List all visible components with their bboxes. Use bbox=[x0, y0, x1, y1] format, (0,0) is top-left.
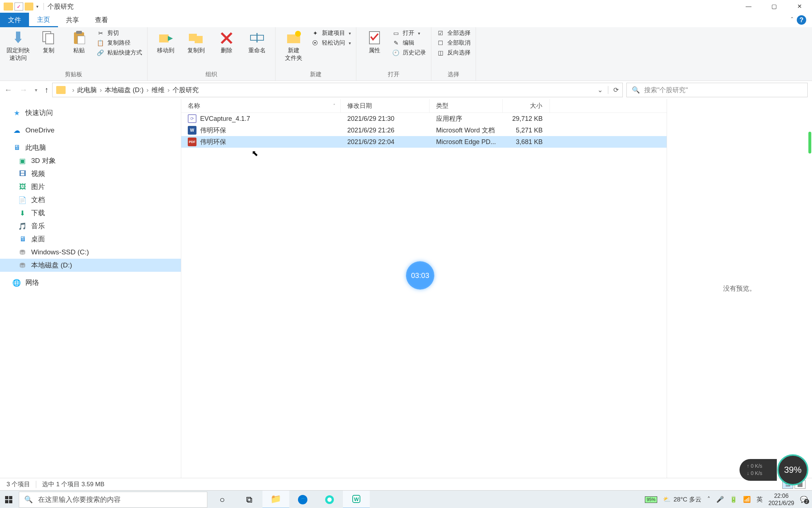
sidebar-video[interactable]: 🎞视频 bbox=[0, 167, 181, 180]
forward-button[interactable]: → bbox=[20, 85, 28, 95]
close-button[interactable]: ✕ bbox=[787, 0, 812, 13]
taskbar-explorer[interactable]: 📁 bbox=[262, 491, 289, 508]
column-size[interactable]: 大小 bbox=[503, 99, 550, 112]
tab-view[interactable]: 查看 bbox=[87, 13, 116, 27]
sidebar-ssd[interactable]: ⛃Windows-SSD (C:) bbox=[0, 246, 181, 259]
column-name[interactable]: 名称˄ bbox=[181, 99, 341, 112]
new-folder-button[interactable]: 新建 文件夹 bbox=[281, 29, 307, 62]
open-icon: ▭ bbox=[392, 30, 400, 37]
crumb-pc[interactable]: 此电脑 bbox=[77, 86, 97, 94]
microphone-icon[interactable]: 🎤 bbox=[716, 496, 724, 503]
up-button[interactable]: ↑ bbox=[45, 85, 49, 95]
column-type[interactable]: 类型 bbox=[430, 99, 503, 112]
sidebar-this-pc[interactable]: 🖥此电脑 bbox=[0, 141, 181, 154]
svg-point-16 bbox=[295, 31, 301, 37]
sidebar-downloads[interactable]: ⬇下载 bbox=[0, 206, 181, 220]
sidebar-drive-d[interactable]: ⛃本地磁盘 (D:) bbox=[0, 259, 181, 272]
pin-quick-access-button[interactable]: 固定到快 速访问 bbox=[5, 29, 31, 62]
wifi-icon[interactable]: 📶 bbox=[743, 496, 751, 503]
crumb-f1[interactable]: 维维 bbox=[152, 86, 165, 94]
network-monitor-overlay[interactable]: ↑ 0 K/s↓ 0 K/s 39% bbox=[740, 454, 808, 486]
column-date[interactable]: 修改日期 bbox=[341, 99, 430, 112]
qat-newfolder-icon[interactable] bbox=[25, 3, 33, 11]
move-to-button[interactable]: 移动到 bbox=[153, 29, 179, 54]
history-button[interactable]: 🕘历史记录 bbox=[392, 49, 426, 57]
sort-asc-icon: ˄ bbox=[333, 103, 335, 108]
select-all-button[interactable]: ☑全部选择 bbox=[436, 29, 471, 37]
edit-button[interactable]: ✎编辑 bbox=[392, 39, 426, 47]
tab-share[interactable]: 共享 bbox=[58, 13, 87, 27]
preview-message: 没有预览。 bbox=[723, 284, 756, 293]
recent-dropdown[interactable]: ▾ bbox=[35, 87, 37, 93]
preview-pane: 没有预览。 bbox=[667, 99, 812, 478]
properties-button[interactable]: 属性 bbox=[361, 29, 388, 54]
sidebar-pictures[interactable]: 🖼图片 bbox=[0, 180, 181, 193]
copy-to-button[interactable]: 复制到 bbox=[183, 29, 209, 54]
file-row[interactable]: ⟳EVCapture_4.1.72021/6/29 21:30应用程序29,71… bbox=[181, 113, 667, 124]
tab-home[interactable]: 主页 bbox=[29, 13, 58, 27]
ribbon: 固定到快 速访问 复制 粘贴 ✂剪切 📋复制路径 🔗粘贴快捷方式 剪贴板 移动到… bbox=[0, 27, 812, 81]
edit-icon: ✎ bbox=[392, 40, 400, 47]
sidebar-quick-access[interactable]: ★快速访问 bbox=[0, 106, 181, 119]
taskbar-search[interactable]: 🔍在这里输入你要搜索的内容 bbox=[19, 492, 207, 508]
sidebar-network[interactable]: 🌐网络 bbox=[0, 276, 181, 289]
start-button[interactable] bbox=[0, 491, 17, 508]
cortana-button[interactable]: ○ bbox=[209, 491, 236, 508]
file-name: 伟明环保 bbox=[200, 138, 226, 146]
sidebar-music[interactable]: 🎵音乐 bbox=[0, 220, 181, 233]
select-none-button[interactable]: ☐全部取消 bbox=[436, 39, 471, 47]
crumb-f2[interactable]: 个股研究 bbox=[173, 86, 199, 94]
easy-access-button[interactable]: ⦿轻松访问▾ bbox=[311, 39, 351, 47]
back-button[interactable]: ← bbox=[4, 85, 12, 95]
help-icon[interactable]: ? bbox=[797, 15, 806, 25]
search-box[interactable]: 🔍 搜索"个股研究" bbox=[626, 83, 808, 97]
notifications-button[interactable]: 💬2 bbox=[800, 496, 808, 503]
tray-expand-icon[interactable]: ˄ bbox=[707, 496, 710, 503]
task-view-button[interactable]: ⧉ bbox=[236, 491, 262, 508]
tab-file[interactable]: 文件 bbox=[0, 13, 29, 27]
crumb-drive[interactable]: 本地磁盘 (D:) bbox=[105, 86, 144, 94]
taskbar-edge[interactable] bbox=[289, 491, 316, 508]
file-row[interactable]: PDF伟明环保2021/6/29 22:04Microsoft Edge PD.… bbox=[181, 136, 667, 148]
rename-button[interactable]: 重命名 bbox=[244, 29, 270, 54]
cloud-icon: ☁ bbox=[12, 126, 22, 135]
collapse-ribbon-icon[interactable]: ˆ bbox=[791, 16, 793, 24]
sidebar-onedrive[interactable]: ☁OneDrive bbox=[0, 124, 181, 137]
paste-shortcut-button[interactable]: 🔗粘贴快捷方式 bbox=[96, 49, 142, 57]
svg-marker-8 bbox=[168, 36, 173, 41]
invert-selection-button[interactable]: ◫反向选择 bbox=[436, 49, 471, 57]
sidebar-3d[interactable]: ▣3D 对象 bbox=[0, 154, 181, 167]
taskbar-app-green[interactable] bbox=[316, 491, 343, 508]
properties-icon bbox=[366, 29, 383, 45]
file-type: 应用程序 bbox=[430, 114, 503, 123]
battery-indicator[interactable]: 95% bbox=[645, 496, 657, 503]
weather-widget[interactable]: ⛅28°C 多云 bbox=[663, 495, 701, 504]
file-row[interactable]: W伟明环保2021/6/29 21:26Microsoft Word 文档5,2… bbox=[181, 124, 667, 136]
ime-indicator[interactable]: 英 bbox=[757, 495, 763, 504]
qat-dropdown-icon[interactable]: ▾ bbox=[35, 4, 40, 9]
taskbar-wps[interactable]: W bbox=[343, 491, 370, 508]
maximize-button[interactable]: ▢ bbox=[761, 0, 787, 13]
downloads-icon: ⬇ bbox=[17, 209, 28, 217]
copy-path-button[interactable]: 📋复制路径 bbox=[96, 39, 142, 47]
file-size: 29,712 KB bbox=[503, 115, 550, 123]
copy-button[interactable]: 复制 bbox=[36, 29, 62, 54]
svg-rect-7 bbox=[159, 34, 169, 42]
path-icon: 📋 bbox=[96, 40, 104, 47]
clock[interactable]: 22:062021/6/29 bbox=[768, 492, 794, 506]
delete-icon bbox=[218, 29, 235, 45]
address-dropdown-icon[interactable]: ⌄ bbox=[597, 86, 603, 94]
refresh-button[interactable]: ⟳ bbox=[608, 86, 619, 94]
sidebar-documents[interactable]: 📄文档 bbox=[0, 193, 181, 206]
open-button[interactable]: ▭打开▾ bbox=[392, 29, 426, 37]
delete-button[interactable]: 删除 bbox=[214, 29, 240, 54]
new-item-button[interactable]: ✦新建项目▾ bbox=[311, 29, 351, 37]
address-bar[interactable]: › 此电脑› 本地磁盘 (D:)› 维维› 个股研究 ⌄ ⟳ bbox=[52, 83, 623, 97]
power-icon[interactable]: 🔋 bbox=[730, 496, 737, 503]
paste-icon bbox=[70, 29, 88, 45]
minimize-button[interactable]: — bbox=[736, 0, 761, 13]
qat-properties-icon[interactable]: ✓ bbox=[14, 3, 23, 11]
sidebar-desktop[interactable]: 🖥桌面 bbox=[0, 233, 181, 246]
paste-button[interactable]: 粘贴 bbox=[66, 29, 92, 54]
cut-button[interactable]: ✂剪切 bbox=[96, 29, 142, 37]
